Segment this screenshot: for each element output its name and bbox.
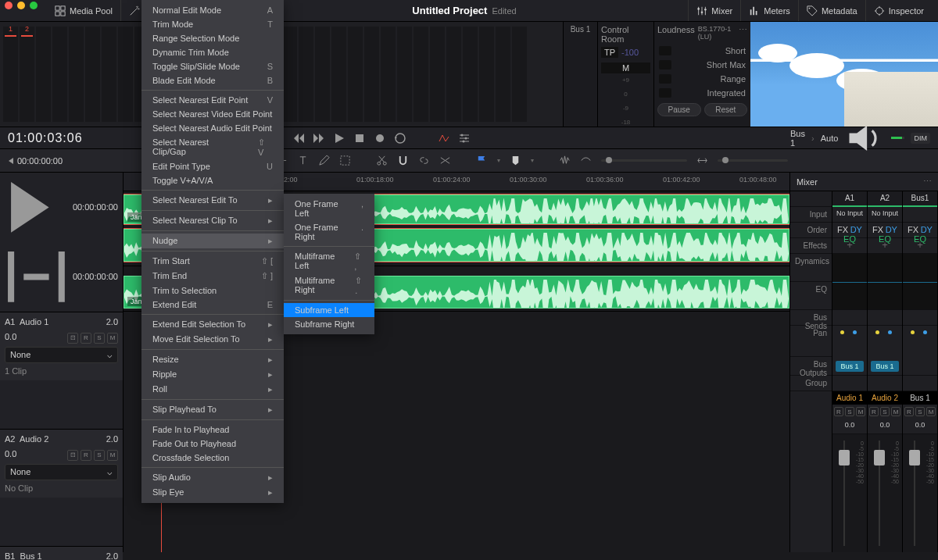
menu-item[interactable]: Normal Edit ModeA [141, 3, 284, 17]
mixer-button[interactable]: Mixer [688, 0, 740, 21]
tc-dur[interactable]: 00:00:00:00 [73, 272, 118, 281]
flag-icon[interactable] [476, 155, 488, 166]
loudness-menu-icon[interactable]: ⋯ [739, 25, 747, 44]
stop-icon[interactable] [353, 132, 366, 144]
a1-gain: 2.0 [106, 317, 118, 326]
loop-icon[interactable] [394, 132, 406, 144]
svg-point-16 [465, 137, 467, 139]
minimize-icon[interactable] [17, 2, 25, 9]
forward-icon[interactable] [313, 132, 325, 144]
settings-icon[interactable] [458, 132, 471, 144]
svg-rect-9 [754, 6, 755, 15]
h-scroll-icon[interactable] [696, 155, 708, 166]
track-b1-header[interactable]: B1 Bus 12.0 0.0 RSM None⌵ [0, 546, 123, 560]
crossfade-icon[interactable] [439, 155, 451, 166]
timecode[interactable]: 01:00:03:06 [8, 131, 109, 145]
svg-rect-1 [61, 5, 65, 9]
svg-rect-18 [341, 156, 349, 165]
loudness-panel: Loudness BS.1770-1 (LU) ⋯ Short Short Ma… [653, 22, 750, 127]
zoom-slider[interactable] [601, 159, 687, 162]
a1-clip-count: 1 Clip [5, 366, 118, 376]
track-a2-header[interactable]: A2 Audio 22.0 0.0 ⊡RSM None⌵ No Clip [0, 429, 123, 498]
menu-item[interactable]: Slip Eye▸ [141, 485, 284, 500]
window-controls[interactable] [5, 2, 38, 9]
marker-icon[interactable] [510, 155, 521, 166]
menu-item[interactable]: Slip Audio▸ [141, 470, 284, 485]
menu-item[interactable]: Nudge▸ [141, 234, 284, 248]
menu-item[interactable]: Roll▸ [141, 382, 284, 397]
menu-item[interactable]: Select Nearest Edit To▸ [141, 193, 284, 208]
h-zoom-slider[interactable] [718, 159, 788, 162]
marquee-tool-icon[interactable] [339, 155, 351, 166]
track-a1-header[interactable]: A1 Audio 12.0 0.0 ⊡RSM None⌵ 1 Clip [0, 312, 123, 380]
meter-strip: 12 Bus 1 Control Room TP -100 M +90-9-18… [0, 22, 938, 127]
tc-out[interactable]: 00:00:00:00 [73, 202, 118, 212]
auto-label[interactable]: Auto [821, 134, 839, 143]
menu-item[interactable]: Multiframe Left⇧ , [284, 249, 374, 273]
menu-item[interactable]: Fade In to Playhead [141, 423, 284, 437]
close-icon[interactable] [5, 2, 13, 9]
snap-icon[interactable] [397, 155, 409, 166]
a1-mode: None [10, 350, 30, 360]
goto-end-icon[interactable] [5, 176, 68, 239]
goto-start-icon[interactable] [6, 157, 14, 165]
razor-icon[interactable] [376, 155, 388, 166]
automation-icon[interactable] [438, 132, 450, 144]
inspector-button[interactable]: Inspector [865, 0, 932, 21]
play-icon[interactable] [333, 132, 345, 144]
a1-arm-buttons[interactable]: ⊡RSM [67, 333, 118, 344]
pause-button[interactable]: Pause [657, 103, 701, 116]
menu-item[interactable]: One Frame Right. [284, 220, 374, 244]
record-icon[interactable] [374, 132, 386, 144]
link-icon[interactable] [418, 155, 430, 166]
mixer-menu-icon[interactable]: ⋯ [923, 177, 932, 187]
menu-item[interactable]: Multiframe Right⇧ . [284, 273, 374, 298]
trim-context-menu[interactable]: Normal Edit ModeATrim ModeTRange Selecti… [141, 0, 284, 503]
bus-out-label[interactable]: Bus 1 [790, 129, 805, 148]
meters-button[interactable]: Meters [740, 0, 798, 21]
reset-button[interactable]: Reset [704, 103, 748, 116]
rewind-icon[interactable] [292, 132, 305, 144]
menu-item[interactable]: One Frame Left, [284, 197, 374, 220]
mixer-channel-A1[interactable]: A1No InputFX DY EQ+Bus 1Audio 1RSM0.00-5… [832, 191, 868, 552]
dim-button[interactable]: DIM [911, 133, 930, 144]
menu-item[interactable]: Trim End⇧ ] [141, 269, 284, 284]
menu-item[interactable]: Extend Edit Selection To▸ [141, 317, 284, 332]
text-tool-icon[interactable] [297, 155, 309, 166]
menu-item[interactable]: Move Edit Selection To▸ [141, 332, 284, 347]
pencil-tool-icon[interactable] [318, 155, 330, 166]
menu-item: Toggle V+A/V/A [141, 173, 284, 187]
nudge-submenu[interactable]: One Frame Left,One Frame Right.Multifram… [284, 194, 374, 334]
menu-item[interactable]: Resize▸ [141, 352, 284, 367]
wand-icon [129, 5, 140, 16]
menu-item[interactable]: Ripple▸ [141, 367, 284, 382]
meters-label: Meters [764, 6, 790, 16]
a2-arm-buttons[interactable]: ⊡RSM [67, 450, 118, 461]
a1-mode-dropdown[interactable]: None⌵ [5, 347, 118, 363]
volume-slider[interactable] [891, 137, 904, 139]
metadata-button[interactable]: Metadata [798, 0, 865, 21]
svg-rect-10 [756, 11, 757, 15]
tc-in[interactable]: 00:00:00:00 [17, 156, 88, 166]
maximize-icon[interactable] [30, 2, 38, 9]
menu-item: Extend EditE [141, 298, 284, 312]
zoom-icon[interactable] [580, 155, 592, 166]
duration-icon[interactable] [5, 245, 68, 309]
media-pool-button[interactable]: Media Pool [47, 0, 121, 21]
video-preview[interactable] [750, 22, 938, 127]
menu-item[interactable]: Slip Playhead To▸ [141, 402, 284, 417]
menu-item[interactable]: Subframe Right [284, 317, 374, 331]
mixer-channel-Bus1[interactable]: Bus1FX DY EQ+Bus 1RSM0.00-5-10-15-20-30-… [903, 191, 938, 552]
a2-mode: None [10, 467, 30, 477]
menu-item: Dynamic Trim Mode [141, 45, 284, 59]
menu-item[interactable]: Range Selection Mode [141, 31, 284, 45]
menu-item[interactable]: Trim Start⇧ [ [141, 254, 284, 269]
waveform-icon[interactable] [559, 155, 571, 166]
menu-item[interactable]: Trim to Selection [141, 284, 284, 298]
menu-item[interactable]: Select Nearest Clip To▸ [141, 213, 284, 228]
menu-item[interactable]: Fade Out to Playhead [141, 437, 284, 451]
menu-item[interactable]: Subframe Left [284, 303, 374, 317]
menu-item[interactable]: Crossfade Selection [141, 451, 284, 465]
a2-mode-dropdown[interactable]: None⌵ [5, 464, 118, 480]
mixer-channel-A2[interactable]: A2No InputFX DY EQ+Bus 1Audio 2RSM0.00-5… [868, 191, 903, 552]
